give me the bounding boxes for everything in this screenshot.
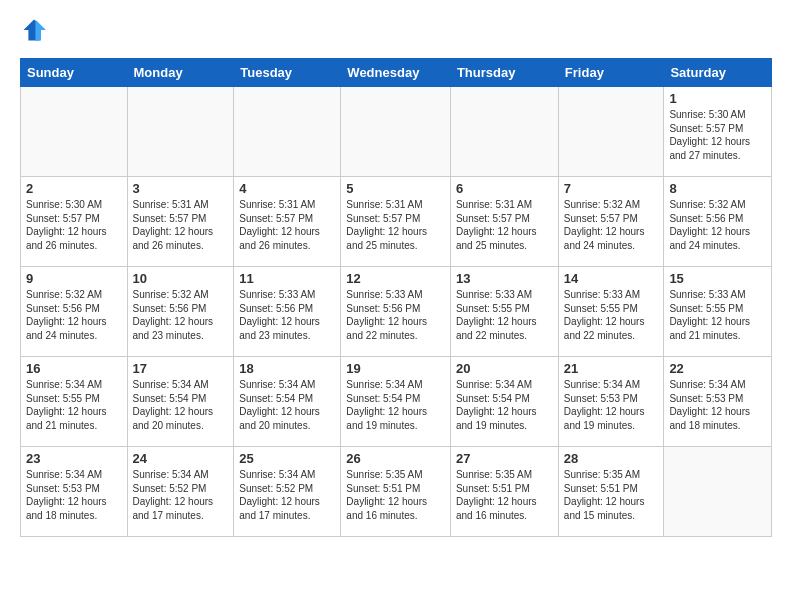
day-info: Sunrise: 5:34 AM Sunset: 5:52 PM Dayligh… xyxy=(239,468,335,522)
day-number: 4 xyxy=(239,181,335,196)
calendar-cell: 9Sunrise: 5:32 AM Sunset: 5:56 PM Daylig… xyxy=(21,267,128,357)
day-number: 27 xyxy=(456,451,553,466)
calendar-cell: 10Sunrise: 5:32 AM Sunset: 5:56 PM Dayli… xyxy=(127,267,234,357)
day-number: 14 xyxy=(564,271,659,286)
day-info: Sunrise: 5:30 AM Sunset: 5:57 PM Dayligh… xyxy=(669,108,766,162)
day-info: Sunrise: 5:32 AM Sunset: 5:57 PM Dayligh… xyxy=(564,198,659,252)
day-number: 1 xyxy=(669,91,766,106)
day-info: Sunrise: 5:33 AM Sunset: 5:55 PM Dayligh… xyxy=(564,288,659,342)
calendar-cell: 22Sunrise: 5:34 AM Sunset: 5:53 PM Dayli… xyxy=(664,357,772,447)
calendar-cell: 7Sunrise: 5:32 AM Sunset: 5:57 PM Daylig… xyxy=(558,177,664,267)
day-header-tuesday: Tuesday xyxy=(234,59,341,87)
day-header-saturday: Saturday xyxy=(664,59,772,87)
day-info: Sunrise: 5:35 AM Sunset: 5:51 PM Dayligh… xyxy=(346,468,445,522)
logo xyxy=(20,16,52,44)
day-info: Sunrise: 5:33 AM Sunset: 5:55 PM Dayligh… xyxy=(669,288,766,342)
day-number: 23 xyxy=(26,451,122,466)
day-info: Sunrise: 5:34 AM Sunset: 5:54 PM Dayligh… xyxy=(346,378,445,432)
calendar-header xyxy=(20,16,772,44)
calendar-cell: 11Sunrise: 5:33 AM Sunset: 5:56 PM Dayli… xyxy=(234,267,341,357)
calendar-cell: 17Sunrise: 5:34 AM Sunset: 5:54 PM Dayli… xyxy=(127,357,234,447)
calendar-cell: 28Sunrise: 5:35 AM Sunset: 5:51 PM Dayli… xyxy=(558,447,664,537)
day-number: 16 xyxy=(26,361,122,376)
day-number: 6 xyxy=(456,181,553,196)
day-info: Sunrise: 5:31 AM Sunset: 5:57 PM Dayligh… xyxy=(456,198,553,252)
calendar-cell: 4Sunrise: 5:31 AM Sunset: 5:57 PM Daylig… xyxy=(234,177,341,267)
calendar-cell: 25Sunrise: 5:34 AM Sunset: 5:52 PM Dayli… xyxy=(234,447,341,537)
calendar-cell: 20Sunrise: 5:34 AM Sunset: 5:54 PM Dayli… xyxy=(450,357,558,447)
day-header-wednesday: Wednesday xyxy=(341,59,451,87)
calendar-cell: 16Sunrise: 5:34 AM Sunset: 5:55 PM Dayli… xyxy=(21,357,128,447)
day-header-sunday: Sunday xyxy=(21,59,128,87)
day-info: Sunrise: 5:30 AM Sunset: 5:57 PM Dayligh… xyxy=(26,198,122,252)
calendar-week-2: 9Sunrise: 5:32 AM Sunset: 5:56 PM Daylig… xyxy=(21,267,772,357)
calendar-cell xyxy=(127,87,234,177)
day-number: 5 xyxy=(346,181,445,196)
calendar-table: SundayMondayTuesdayWednesdayThursdayFrid… xyxy=(20,58,772,537)
day-info: Sunrise: 5:34 AM Sunset: 5:53 PM Dayligh… xyxy=(669,378,766,432)
calendar-cell: 6Sunrise: 5:31 AM Sunset: 5:57 PM Daylig… xyxy=(450,177,558,267)
day-info: Sunrise: 5:34 AM Sunset: 5:55 PM Dayligh… xyxy=(26,378,122,432)
calendar-week-4: 23Sunrise: 5:34 AM Sunset: 5:53 PM Dayli… xyxy=(21,447,772,537)
calendar-cell xyxy=(558,87,664,177)
calendar-cell: 23Sunrise: 5:34 AM Sunset: 5:53 PM Dayli… xyxy=(21,447,128,537)
calendar-cell: 26Sunrise: 5:35 AM Sunset: 5:51 PM Dayli… xyxy=(341,447,451,537)
day-info: Sunrise: 5:31 AM Sunset: 5:57 PM Dayligh… xyxy=(346,198,445,252)
calendar-cell: 1Sunrise: 5:30 AM Sunset: 5:57 PM Daylig… xyxy=(664,87,772,177)
day-number: 25 xyxy=(239,451,335,466)
day-number: 26 xyxy=(346,451,445,466)
day-info: Sunrise: 5:32 AM Sunset: 5:56 PM Dayligh… xyxy=(133,288,229,342)
calendar-week-3: 16Sunrise: 5:34 AM Sunset: 5:55 PM Dayli… xyxy=(21,357,772,447)
day-number: 7 xyxy=(564,181,659,196)
day-number: 12 xyxy=(346,271,445,286)
calendar-cell: 8Sunrise: 5:32 AM Sunset: 5:56 PM Daylig… xyxy=(664,177,772,267)
day-number: 21 xyxy=(564,361,659,376)
day-info: Sunrise: 5:34 AM Sunset: 5:53 PM Dayligh… xyxy=(26,468,122,522)
day-header-thursday: Thursday xyxy=(450,59,558,87)
day-number: 19 xyxy=(346,361,445,376)
day-number: 11 xyxy=(239,271,335,286)
day-info: Sunrise: 5:32 AM Sunset: 5:56 PM Dayligh… xyxy=(669,198,766,252)
calendar-cell: 3Sunrise: 5:31 AM Sunset: 5:57 PM Daylig… xyxy=(127,177,234,267)
day-number: 24 xyxy=(133,451,229,466)
day-info: Sunrise: 5:33 AM Sunset: 5:56 PM Dayligh… xyxy=(239,288,335,342)
calendar-cell: 27Sunrise: 5:35 AM Sunset: 5:51 PM Dayli… xyxy=(450,447,558,537)
day-number: 8 xyxy=(669,181,766,196)
day-header-friday: Friday xyxy=(558,59,664,87)
calendar-cell: 2Sunrise: 5:30 AM Sunset: 5:57 PM Daylig… xyxy=(21,177,128,267)
calendar-cell xyxy=(664,447,772,537)
calendar-cell: 13Sunrise: 5:33 AM Sunset: 5:55 PM Dayli… xyxy=(450,267,558,357)
day-info: Sunrise: 5:34 AM Sunset: 5:54 PM Dayligh… xyxy=(456,378,553,432)
logo-icon xyxy=(20,16,48,44)
day-number: 2 xyxy=(26,181,122,196)
calendar-cell: 14Sunrise: 5:33 AM Sunset: 5:55 PM Dayli… xyxy=(558,267,664,357)
day-info: Sunrise: 5:31 AM Sunset: 5:57 PM Dayligh… xyxy=(239,198,335,252)
day-header-monday: Monday xyxy=(127,59,234,87)
day-number: 20 xyxy=(456,361,553,376)
calendar-cell: 19Sunrise: 5:34 AM Sunset: 5:54 PM Dayli… xyxy=(341,357,451,447)
calendar-cell xyxy=(341,87,451,177)
day-info: Sunrise: 5:34 AM Sunset: 5:52 PM Dayligh… xyxy=(133,468,229,522)
day-info: Sunrise: 5:34 AM Sunset: 5:54 PM Dayligh… xyxy=(239,378,335,432)
day-info: Sunrise: 5:35 AM Sunset: 5:51 PM Dayligh… xyxy=(456,468,553,522)
calendar-cell: 15Sunrise: 5:33 AM Sunset: 5:55 PM Dayli… xyxy=(664,267,772,357)
day-info: Sunrise: 5:34 AM Sunset: 5:53 PM Dayligh… xyxy=(564,378,659,432)
day-info: Sunrise: 5:33 AM Sunset: 5:56 PM Dayligh… xyxy=(346,288,445,342)
calendar-header-row: SundayMondayTuesdayWednesdayThursdayFrid… xyxy=(21,59,772,87)
day-number: 28 xyxy=(564,451,659,466)
calendar-cell: 24Sunrise: 5:34 AM Sunset: 5:52 PM Dayli… xyxy=(127,447,234,537)
day-number: 9 xyxy=(26,271,122,286)
calendar-cell: 21Sunrise: 5:34 AM Sunset: 5:53 PM Dayli… xyxy=(558,357,664,447)
calendar-container: SundayMondayTuesdayWednesdayThursdayFrid… xyxy=(0,0,792,553)
day-number: 22 xyxy=(669,361,766,376)
calendar-week-1: 2Sunrise: 5:30 AM Sunset: 5:57 PM Daylig… xyxy=(21,177,772,267)
day-number: 13 xyxy=(456,271,553,286)
calendar-cell xyxy=(450,87,558,177)
calendar-cell xyxy=(234,87,341,177)
day-info: Sunrise: 5:35 AM Sunset: 5:51 PM Dayligh… xyxy=(564,468,659,522)
day-number: 10 xyxy=(133,271,229,286)
calendar-cell: 5Sunrise: 5:31 AM Sunset: 5:57 PM Daylig… xyxy=(341,177,451,267)
day-number: 17 xyxy=(133,361,229,376)
calendar-cell xyxy=(21,87,128,177)
day-info: Sunrise: 5:31 AM Sunset: 5:57 PM Dayligh… xyxy=(133,198,229,252)
